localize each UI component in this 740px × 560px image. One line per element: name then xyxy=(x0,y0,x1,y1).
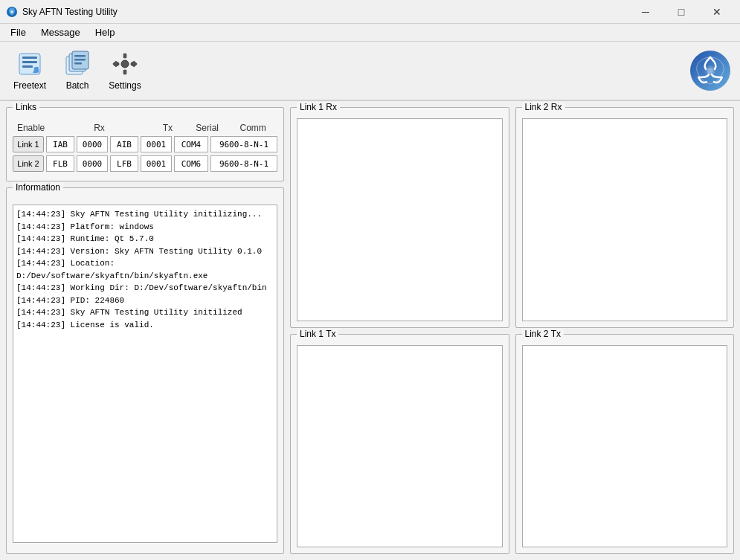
link2-button[interactable]: Link 2 xyxy=(13,155,44,172)
links-group-title: Links xyxy=(13,102,39,112)
settings-icon xyxy=(112,51,138,77)
menu-bar: File Message Help xyxy=(0,24,740,42)
minimize-button[interactable]: ─ xyxy=(628,0,663,24)
close-button[interactable]: ✕ xyxy=(700,0,734,24)
header-serial: Serial xyxy=(186,123,228,133)
link2-comm[interactable] xyxy=(210,155,277,172)
maximize-button[interactable]: □ xyxy=(664,0,698,24)
menu-message[interactable]: Message xyxy=(33,25,88,39)
link1-tx-val[interactable] xyxy=(141,136,172,152)
svg-rect-13 xyxy=(74,62,82,65)
svg-point-14 xyxy=(121,60,129,68)
settings-button[interactable]: Settings xyxy=(101,45,149,96)
batch-label: Batch xyxy=(66,80,89,91)
header-comm: Comm xyxy=(228,123,277,133)
link1-tx-content xyxy=(297,345,503,548)
link1-comm[interactable] xyxy=(210,136,277,152)
freetext-button[interactable]: Freetext xyxy=(6,45,54,96)
svg-rect-15 xyxy=(123,54,126,58)
window-controls: ─ □ ✕ xyxy=(628,0,734,24)
link2-tx-id[interactable] xyxy=(110,155,138,172)
link2-tx-title: Link 2 Tx xyxy=(522,329,564,339)
links-header: Enable Rx Tx Serial Comm xyxy=(13,123,277,133)
link1-tx-monitor: Link 1 Tx xyxy=(290,334,509,555)
svg-rect-16 xyxy=(123,70,126,74)
link2-rx-monitor: Link 2 Rx xyxy=(515,107,735,328)
link1-button[interactable]: Link 1 xyxy=(13,136,44,152)
svg-rect-11 xyxy=(74,55,86,57)
link2-rx-content xyxy=(522,118,728,321)
menu-file[interactable]: File xyxy=(3,25,33,39)
settings-label: Settings xyxy=(109,80,141,91)
header-rx: Rx xyxy=(75,123,124,133)
svg-point-25 xyxy=(707,68,713,74)
link1-rx-monitor: Link 1 Rx xyxy=(290,107,509,328)
link2-serial[interactable] xyxy=(174,155,208,172)
link1-rx-val[interactable] xyxy=(77,136,108,152)
app-icon xyxy=(6,6,18,18)
link1-rx-title: Link 1 Rx xyxy=(297,102,340,112)
information-group: Information xyxy=(6,187,284,554)
batch-button[interactable]: Batch xyxy=(54,45,101,96)
header-enable: Enable xyxy=(13,123,49,133)
freetext-label: Freetext xyxy=(13,80,46,91)
link2-tx-content xyxy=(522,345,728,548)
menu-help[interactable]: Help xyxy=(88,25,123,39)
link2-row: Link 2 xyxy=(13,155,277,172)
company-logo xyxy=(689,50,731,91)
svg-point-1 xyxy=(10,10,13,13)
link1-tx-title: Link 1 Tx xyxy=(297,329,338,339)
toolbar: Freetext Batch xyxy=(0,42,740,101)
left-panel: Links Enable Rx Tx Serial Comm Link 1 xyxy=(6,107,284,554)
title-bar: Sky AFTN Testing Utility ─ □ ✕ xyxy=(0,0,740,24)
link2-rx-id[interactable] xyxy=(46,155,74,172)
link1-rx-content xyxy=(297,118,503,321)
right-panel: Link 1 Rx Link 2 Rx Link 1 Tx Link 2 Tx xyxy=(290,107,734,554)
header-tx: Tx xyxy=(149,123,186,133)
svg-rect-12 xyxy=(74,59,86,61)
link1-tx-id[interactable] xyxy=(110,136,138,152)
svg-rect-3 xyxy=(22,57,37,59)
link2-rx-val[interactable] xyxy=(77,155,108,172)
freetext-icon xyxy=(16,51,43,77)
svg-rect-4 xyxy=(22,61,37,63)
batch-icon xyxy=(64,51,91,77)
link1-rx-id[interactable] xyxy=(46,136,74,152)
links-group: Links Enable Rx Tx Serial Comm Link 1 xyxy=(6,107,284,181)
link1-row: Link 1 xyxy=(13,136,277,152)
link2-rx-title: Link 2 Rx xyxy=(522,102,565,112)
link2-tx-monitor: Link 2 Tx xyxy=(515,334,735,555)
svg-rect-5 xyxy=(22,65,33,68)
main-content: Links Enable Rx Tx Serial Comm Link 1 xyxy=(0,101,740,560)
information-group-title: Information xyxy=(13,182,63,193)
link2-tx-val[interactable] xyxy=(141,155,172,172)
window-title: Sky AFTN Testing Utility xyxy=(22,7,628,17)
link1-serial[interactable] xyxy=(174,136,208,152)
information-log[interactable] xyxy=(13,205,277,543)
